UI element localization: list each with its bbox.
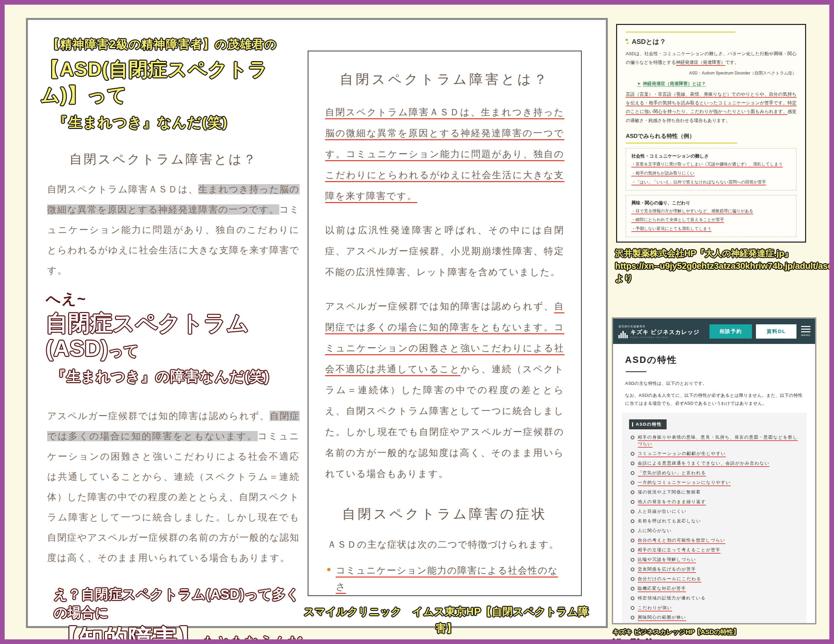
comment-big-1-text: 自閉症スペクトラム(ASD)	[46, 311, 249, 361]
sawai-neuro-link[interactable]: ➤神経発達症（発達障害）とは？	[637, 81, 706, 87]
kizuki-traits-label: ASDの特性	[629, 419, 667, 429]
consult-reserve-button[interactable]: 相談予約	[710, 324, 752, 338]
clinic-caption-title: スマイルクリニック イムス東京HP【自閉スペクトラム障害】	[300, 604, 593, 636]
excerpt-paragraph-1: 自閉スペクトラム障害ＡＳＤは、生まれつき持った脳の微細な異常を原因とする神経発達…	[47, 179, 300, 280]
list-item-text: 比喩や冗談を理解しづらい	[638, 557, 696, 562]
kizuki-brand-name: キズキ ビジネスカレッジ	[630, 329, 700, 335]
clinic-top-bullet-list: コミュニケーション能力の障害による社会性のなさ独自のこだわりによる社会適応の困難	[325, 562, 564, 596]
list-item: ・目で見る情報の方が理解しやすいなど、感覚処理に偏りがある	[631, 207, 791, 216]
list-item: 好きなことには精通している	[630, 624, 799, 625]
list-item: 特定領域の記憶力が優れている	[630, 595, 799, 602]
text-segment: 神経発達症（発達障害）	[676, 60, 726, 65]
kizuki-header-small-label: 就労移行支援事業所	[619, 325, 700, 328]
main-board: 【精神障害2級の精神障害者】の茂雄君の 【ASD(自閉症スペクトラム)】って 『…	[26, 18, 608, 628]
sawai-trait-box-social: 社会性・コミュニケーションの難しさ ・言葉を文字通りに受け取ってしまい（冗談や嫌…	[626, 148, 797, 190]
sawai-heading-text: ASDとは？	[632, 37, 666, 46]
sawai-screenshot-panel: ASDとは？ ASDは、社会性・コミュニケーションの難しさ、パターン化した行動や…	[616, 24, 806, 243]
clinic-source-caption: スマイルクリニック イムス東京HP【自閉スペクトラム障害】 https://im…	[300, 604, 593, 644]
clinic-paragraph-2: 以前は広汎性発達障害と呼ばれ、その中には自閉症、アスペルガー症候群、小児期崩壊性…	[325, 220, 564, 282]
list-item-text: コミュニケーションの齟齬が生じやすい	[638, 451, 726, 456]
list-item: 一方的なコミュニケーションになりやすい	[630, 479, 799, 486]
menu-label: MENU	[801, 333, 810, 337]
list-item: こだわりが強い	[630, 604, 799, 611]
kizuki-paragraph-2: なお、ASDのある人全てに、以下の特性が必ずあるとは限りません。また、以下の特性…	[625, 392, 803, 408]
list-item-text: 人に関心がない	[638, 528, 672, 533]
kizuki-traits-section: ASDの特性 相手の身振りや表情の意味、意見・気持ち、発言の意図・意図などを察し…	[622, 413, 807, 625]
text-segment: アスペルガー症候群では知的障害は認められず、	[325, 301, 554, 311]
list-item-text: 「空気が読めない」と言われる	[638, 470, 706, 475]
clinic-symptoms-intro: ＡＳＤの主な症状は次の二つで特徴づけられます。	[327, 538, 564, 551]
list-item: ・「はい」「いいえ」以外で答えなければならない質問への回答が苦手	[631, 178, 791, 187]
kizuki-page-title: ASDの特性	[625, 354, 803, 366]
list-item: 興味関心の範囲が狭い	[630, 614, 799, 621]
list-item-text: 一方的なコミュニケーションになりやすい	[638, 480, 731, 485]
list-item-text: 場の状況や上下関係に無頓着	[638, 489, 700, 495]
list-item-text: コミュニケーション能力の障害による社会性のなさ	[336, 565, 558, 592]
list-item: 場の状況や上下関係に無頓着	[630, 489, 799, 495]
list-item: 相手の立場に立って考えることが苦手	[630, 547, 799, 553]
list-item: 自分の考えと別の可能性を想定しづらい	[630, 537, 799, 544]
text-segment: コミュニケーションの困難さと強いこだわりによる社会不適応は共通していることから、…	[47, 431, 300, 563]
list-item: 会話による意思疎通をうまくできない、会話がかみ合わない	[630, 460, 799, 466]
clinic-symptoms-title: 自閉スペクトラム障害の症状	[325, 505, 564, 523]
list-item: 臨機応変な対応が苦手	[630, 585, 799, 592]
excerpt-heading: 自閉スペクトラム障害とは？	[44, 151, 283, 168]
sawai-heading: ASDとは？	[626, 37, 797, 46]
kizuki-brand-block: 就労移行支援事業所 キズキ ビジネスカレッジ KIZUKI BUSINESS C…	[619, 325, 700, 338]
kizuki-content: ASDの特性 ASDの主な特性は、以下のとおりです。 なお、ASDのある人全てに…	[613, 344, 815, 625]
clinic-caption-url: https://ims.gr.jp/smileclinic-imstokyo/s…	[300, 636, 593, 644]
kizuki-screenshot-panel: 就労移行支援事業所 キズキ ビジネスカレッジ KIZUKI BUSINESS C…	[612, 317, 816, 625]
header-line-1: 【精神障害2級の精神障害者】の茂雄君の	[48, 37, 303, 52]
comment-line-2b: 【知的障害】もともなうんだ(笑)	[55, 625, 303, 644]
list-item-text: 人と目線が合いにくい	[638, 509, 687, 514]
list-item-text: 他人の発言をそのまま繰り返す	[638, 499, 706, 504]
list-item: 人と目線が合いにくい	[630, 508, 799, 515]
text-segment: コミュニケーション能力に問題があり、独自のこだわりにとらわれるがゆえに社会生活に…	[47, 204, 300, 275]
material-download-button[interactable]: 資料DL	[756, 324, 797, 338]
kizuki-caption-url: https://kizuki-corp.com/kbc/column/asd/#…	[613, 637, 834, 644]
list-item-text: 交友関係を広げるのが苦手	[638, 566, 696, 571]
list-item: コミュニケーションの齟齬が生じやすい	[630, 450, 799, 457]
list-item-text: 臨機応変な対応が苦手	[638, 586, 686, 591]
hamburger-menu-button[interactable]: MENU	[801, 326, 810, 337]
list-item-text: 相手の立場に立って考えることが苦手	[638, 547, 721, 552]
kizuki-paragraph-1: ASDの主な特性は、以下のとおりです。	[625, 380, 803, 387]
list-item-text: 会話による意思疎通をうまくできない、会話がかみ合わない	[638, 461, 769, 466]
sawai-caption-title: 沢井製薬株式会社HP『大人の神経発達症.jp』	[615, 247, 834, 260]
comment-big-1: 自閉症スペクトラム(ASD)って	[46, 311, 303, 361]
collage-page: 【精神障害2級の精神障害者】の茂雄君の 【ASD(自閉症スペクトラム)】って 『…	[0, 0, 834, 644]
list-item: コミュニケーション能力の障害による社会性のなさ	[325, 562, 564, 595]
list-item: 自分だけのルールにこだわる	[630, 576, 799, 582]
kizuki-caption-title: キズキ ビジネスカレッジHP【ASDの特性】	[613, 628, 834, 637]
sawai-paragraph-2: 言語（言葉）・非言語（視線、表情、身振りなど）でのやりとりや、自分の気持ちを伝え…	[626, 90, 797, 125]
kizuki-brand-latin: KIZUKI BUSINESS COLLEGE	[630, 336, 700, 338]
trait-box-title: 興味・関心の偏り、こだわり	[631, 200, 791, 206]
trait-box-title: 社会性・コミュニケーションの難しさ	[631, 153, 791, 159]
list-item: 名前を呼ばれても反応しない	[630, 518, 799, 524]
list-item-text: ・相手の気持ちが読み取りにくい	[631, 171, 695, 175]
list-item-text: 自分の考えと別の可能性を想定しづらい	[638, 538, 726, 543]
left-commentary-column: 【精神障害2級の精神障害者】の茂雄君の 【ASD(自閉症スペクトラム)】って 『…	[40, 34, 303, 644]
kizuki-logo-icon	[619, 330, 628, 338]
sawai-paragraph-1: ASDは、社会性・コミュニケーションの難しさ、パターン化した行動や興味・関心の偏…	[626, 50, 797, 67]
text-segment: 自閉スペクトラム障害ＡＳＤは、	[47, 184, 198, 194]
comment-big-1-tail: って	[108, 343, 139, 359]
comment-big-2-text: 【知的障害】	[55, 625, 202, 644]
sawai-asd-note: ASD：Autism Spectrum Disorder（自閉スペクトラム症）	[626, 70, 797, 76]
list-item: 比喩や冗談を理解しづらい	[630, 556, 799, 563]
list-item-text: ・目で見る情報の方が理解しやすいなど、感覚処理に偏りがある	[631, 209, 753, 214]
kizuki-source-caption: キズキ ビジネスカレッジHP【ASDの特性】 https://kizuki-co…	[613, 628, 834, 644]
list-item-text: ・言葉を文字通りに受け取ってしまい（冗談や嫌味が通じず）、混乱してしまう	[631, 162, 782, 167]
list-item: 交友関係を広げるのが苦手	[630, 566, 799, 573]
kizuki-header-bar: 就労移行支援事業所 キズキ ビジネスカレッジ KIZUKI BUSINESS C…	[613, 319, 815, 344]
list-item: 他人の発言をそのまま繰り返す	[630, 498, 799, 505]
clinic-paragraph-3: アスペルガー症候群では知的障害は認められず、自閉症では多くの場合に知的障害をとも…	[325, 296, 564, 484]
list-item: ・相手の気持ちが読み取りにくい	[631, 169, 791, 178]
list-item-text: 興味関心の範囲が狭い	[638, 615, 686, 620]
link-arrow-icon: ➤	[637, 81, 641, 86]
sawai-trait-box-interest: 興味・関心の偏り、こだわり ・目で見る情報の方が理解しやすいなど、感覚処理に偏り…	[626, 195, 797, 237]
list-item-text: 相手の身振りや表情の意味、意見・気持ち、発言の意図・意図などを察しづらい	[638, 435, 798, 446]
title-underline	[626, 371, 647, 372]
trait-box-list: ・言葉を文字通りに受け取ってしまい（冗談や嫌味が通じず）、混乱してしまう・相手の…	[631, 160, 791, 187]
header-line-2: 【ASD(自閉症スペクトラム)】って	[40, 57, 303, 108]
